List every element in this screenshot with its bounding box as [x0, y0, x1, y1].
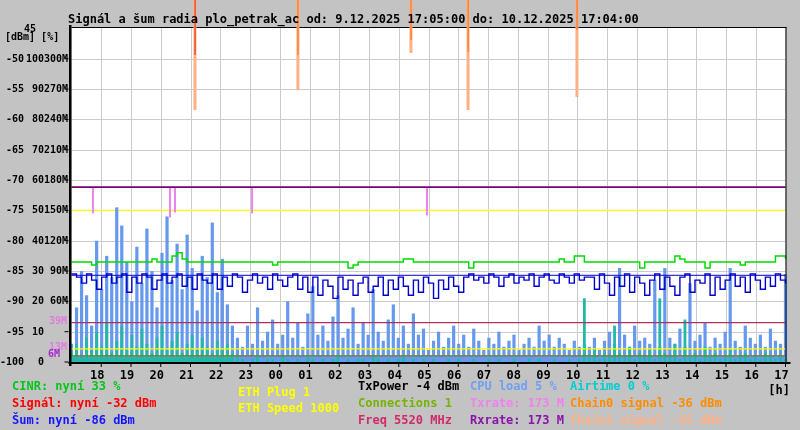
y-axis-row: -853090M — [0, 266, 70, 276]
y-tick-label: -85 — [0, 266, 24, 276]
y-tick-label: -80 — [0, 236, 24, 246]
x-axis-unit-label: [h] — [768, 384, 790, 396]
x-tick-label: 00 — [261, 369, 291, 381]
y-axis-row: -50100300M — [0, 54, 70, 64]
y-axis-row: -7550150M — [0, 205, 70, 215]
y-tick-label: 40 — [24, 236, 44, 246]
legend-item-noise: Šum: nyní -86 dBm — [12, 414, 135, 426]
y-tick-label: 60M — [44, 296, 68, 306]
y-axis-row: -6570210M — [0, 145, 70, 155]
x-tick-label: 01 — [291, 369, 321, 381]
legend-item-chain0: Chain0 signal -36 dBm — [570, 397, 722, 409]
y-tick-label: -70 — [0, 175, 24, 185]
legend-item-airtime: Airtime 0 % — [570, 380, 649, 392]
y-tick-label: 80 — [24, 114, 44, 124]
x-tick-label: 23 — [231, 369, 261, 381]
signal-noise-chart-canvas — [0, 0, 800, 430]
legend-item-cpu-load: CPU load 5 % — [470, 380, 557, 392]
x-tick-label: 14 — [677, 369, 707, 381]
y-tick-label: -65 — [0, 145, 24, 155]
x-tick-label: 17 — [767, 369, 797, 381]
y-axis-row: -6080240M — [0, 114, 70, 124]
y-tick-label: 150M — [44, 205, 68, 215]
y-tick-label: -95 — [0, 327, 24, 337]
y-tick-label: 120M — [44, 236, 68, 246]
legend-item-eth-plug: ETH Plug 1 — [238, 386, 310, 398]
y-tick-label: -100 — [0, 357, 24, 367]
y-tick-label: -75 — [0, 205, 24, 215]
y-tick-label: 90 — [24, 84, 44, 94]
y-axis-row: -8040120M — [0, 236, 70, 246]
y-tick-label: 300M — [44, 54, 68, 64]
y-tick-label: 30 — [24, 266, 44, 276]
legend-item-connections: Connections 1 — [358, 397, 452, 409]
y-axis-row: -902060M — [0, 296, 70, 306]
y-tick-label: -55 — [0, 84, 24, 94]
y-tick-label: 180M — [44, 175, 68, 185]
y-tick-label: 20 — [24, 296, 44, 306]
legend-item-cinr: CINR: nyní 33 % — [12, 380, 120, 392]
y-tick-label: 240M — [44, 114, 68, 124]
x-tick-label: 15 — [707, 369, 737, 381]
x-tick-label: 16 — [737, 369, 767, 381]
y-tick-label: 210M — [44, 145, 68, 155]
y-axis-units-label: [dBm] [%] — [5, 32, 59, 42]
legend-item-rxrate: Rxrate: 173 M — [470, 414, 564, 426]
legend-item-eth-speed: ETH Speed 1000 — [238, 402, 339, 414]
x-tick-label: 02 — [320, 369, 350, 381]
rate-marker-label: 39M — [37, 316, 67, 326]
x-tick-label: 21 — [172, 369, 202, 381]
y-tick-label: -50 — [0, 54, 24, 64]
legend-item-signal: Signál: nyní -32 dBm — [12, 397, 157, 409]
x-tick-label: 22 — [201, 369, 231, 381]
monitoring-graph-screen: Signál a šum radia plo_petrak_ac od: 9.1… — [0, 0, 800, 430]
legend-item-txrate: Txrate: 173 M — [470, 397, 564, 409]
y-tick-label: 90M — [44, 266, 68, 276]
chart-title: Signál a šum radia plo_petrak_ac od: 9.1… — [68, 13, 639, 25]
x-tick-label: 20 — [142, 369, 172, 381]
x-tick-label: 13 — [648, 369, 678, 381]
y-axis-row: -9510 — [0, 327, 70, 337]
y-axis-row: -5590270M — [0, 84, 70, 94]
y-tick-label: 10 — [24, 327, 44, 337]
y-tick-label: 270M — [44, 84, 68, 94]
y-tick-label: -60 — [0, 114, 24, 124]
y-tick-label: 70 — [24, 145, 44, 155]
legend-item-txpower: TxPower -4 dBm — [358, 380, 459, 392]
legend-item-chain1: Chain1 signal -35 dBm — [570, 414, 722, 426]
rate-marker-label: 6M — [30, 349, 60, 359]
y-axis-row: -7060180M — [0, 175, 70, 185]
y-tick-label: -90 — [0, 296, 24, 306]
y-tick-label: 100 — [24, 54, 44, 64]
y-tick-label: 50 — [24, 205, 44, 215]
y-tick-label: 60 — [24, 175, 44, 185]
legend-item-freq: Freq 5520 MHz — [358, 414, 452, 426]
